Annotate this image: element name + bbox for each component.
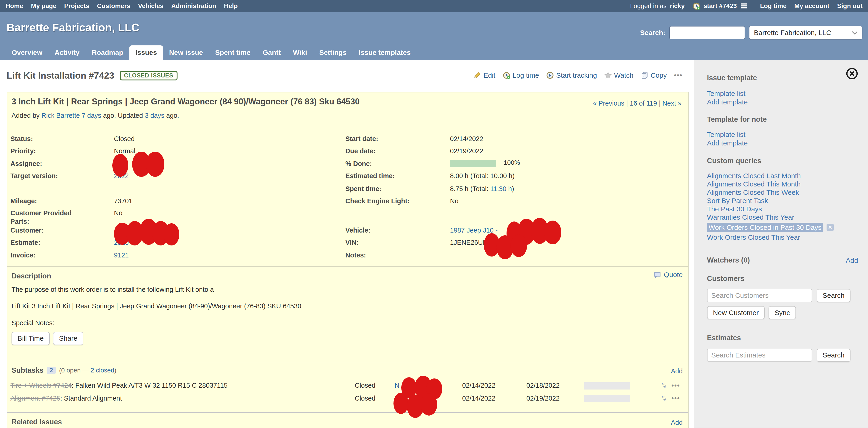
unlink-icon[interactable] [660,395,668,402]
add-subtask-link[interactable]: Add [671,367,683,375]
clock-icon [546,72,554,79]
tab-new-issue[interactable]: New issue [163,46,209,60]
mileage-value: 73701 [114,197,132,205]
timer-clock-icon[interactable] [692,2,701,10]
sync-button[interactable]: Sync [769,306,796,319]
redmine-issue-page: Home My page Projects Customers Vehicles… [0,0,868,428]
spent-time-total-link[interactable]: 11.30 h [490,185,512,193]
add-related-issue-link[interactable]: Add [671,419,683,426]
customer-label: Customer: [10,227,43,234]
topnav-customers[interactable]: Customers [97,2,130,10]
topnav-projects[interactable]: Projects [64,2,89,10]
subtask-status: Closed [355,382,375,389]
copy-icon [641,72,649,79]
issue-pagination: « Previous | 16 of 119 | Next » [593,99,682,107]
tab-issues[interactable]: Issues [129,46,163,60]
custom-query-link[interactable]: The Past 30 Days [707,205,859,213]
note-template-list-link[interactable]: Template list [707,130,859,139]
topnav-my-page[interactable]: My page [31,2,56,10]
topnav-administration[interactable]: Administration [171,2,216,10]
redaction-blob [394,393,408,414]
custom-query-link[interactable]: Work Orders Closed This Year [707,233,859,241]
topnav-my-account[interactable]: My account [794,2,829,10]
subtask-due-date: 02/18/2022 [526,382,559,389]
subtask-more-button[interactable]: ••• [671,382,680,390]
close-sidebar-icon[interactable] [846,67,858,80]
tab-issue-templates[interactable]: Issue templates [353,46,417,60]
log-time-button[interactable]: Log time [503,72,539,79]
tab-overview[interactable]: Overview [5,46,49,60]
pagination-position: 16 of 119 [630,99,657,107]
subtask-subject: : Standard Alignment [60,395,122,402]
issue-subject: 3 Inch Lift Kit | Rear Springs | Jeep Gr… [11,97,360,107]
bill-time-button[interactable]: Bill Time [11,332,50,345]
next-issue-link[interactable]: Next » [662,99,682,107]
add-watcher-link[interactable]: Add [846,256,858,264]
note-add-template-link[interactable]: Add template [707,139,859,147]
subtask-assignee-redacted[interactable]: N [395,382,400,389]
tab-activity[interactable]: Activity [49,46,86,60]
clear-query-icon[interactable]: ✕ [827,224,834,231]
watch-button[interactable]: Watch [604,72,633,79]
quote-button[interactable]: Quote [653,271,683,279]
global-search-input[interactable] [669,26,745,39]
topnav-help[interactable]: Help [224,2,238,10]
redaction-blob [544,221,561,244]
more-actions-button[interactable]: ••• [674,72,683,79]
quote-bubble-icon [653,271,661,279]
search-estimates-button[interactable]: Search [817,349,850,362]
start-timer-link[interactable]: start #7423 [704,2,737,10]
added-ago-link[interactable]: 7 days [82,112,101,119]
due-date-value: 02/19/2022 [450,147,483,155]
author-link[interactable]: Rick Barrette [41,112,80,119]
tab-gantt[interactable]: Gantt [257,46,287,60]
subtask-link[interactable]: Tire + Wheels #7424 [10,382,72,389]
share-button[interactable]: Share [53,332,83,345]
topnav-vehicles[interactable]: Vehicles [138,2,164,10]
custom-query-link[interactable]: Warranties Closed This Year [707,213,859,222]
check-engine-light-value: No [450,197,458,205]
invoice-link[interactable]: 9121 [114,252,129,259]
custom-query-link[interactable]: Alignments Closed Last Month [707,172,859,180]
edit-button[interactable]: Edit [473,72,495,79]
copy-button[interactable]: Copy [641,72,667,79]
tab-wiki[interactable]: Wiki [287,46,313,60]
chevron-down-icon [851,29,858,37]
tab-roadmap[interactable]: Roadmap [86,46,129,60]
tab-settings[interactable]: Settings [313,46,352,60]
sidebar: Issue template Template list Add templat… [694,60,868,428]
topnav-sign-out[interactable]: Sign out [837,2,863,10]
subtasks-heading: Subtasks [11,366,43,374]
project-jump-select[interactable]: Barrette Fabrication, LLC [749,26,863,40]
invoice-label: Invoice: [10,252,35,259]
template-list-link[interactable]: Template list [707,89,859,98]
previous-issue-link[interactable]: « Previous [593,99,624,107]
start-tracking-button[interactable]: Start tracking [546,72,597,79]
custom-query-link[interactable]: Alignments Closed This Month [707,180,859,188]
search-customers-input[interactable] [707,289,812,302]
subtask-link[interactable]: Alignment #7425 [10,395,60,402]
closed-subtasks-link[interactable]: 2 closed [91,367,114,374]
target-version-label: Target version: [10,172,58,180]
unlink-icon[interactable] [660,382,668,390]
vin-label: VIN: [345,239,359,247]
topnav-log-time[interactable]: Log time [760,2,786,10]
search-customers-button[interactable]: Search [817,289,850,302]
search-estimates-input[interactable] [707,349,812,362]
vehicle-link-redacted[interactable]: 1987 Jeep J10 - [450,227,498,234]
subtask-more-button[interactable]: ••• [671,395,680,402]
logged-in-user-link[interactable]: ricky [670,2,685,10]
new-customer-button[interactable]: New Customer [707,306,765,319]
star-icon [604,72,612,79]
issue-attributes: Status: Closed Priority: Normal Assignee… [7,135,688,264]
custom-query-link[interactable]: Sort By Parent Task [707,197,859,205]
updated-ago-link[interactable]: 3 days [145,112,164,119]
custom-query-link-selected[interactable]: Work Orders Closed in Past 30 Days [707,223,823,232]
subtask-subject: : Falken Wild Peak A/T3 W 32 1150 R15 C … [72,382,227,389]
redaction-blob [421,393,437,416]
custom-query-link[interactable]: Alignments Closed This Week [707,188,859,197]
add-template-link[interactable]: Add template [707,98,859,106]
tab-spent-time[interactable]: Spent time [209,46,256,60]
topnav-home[interactable]: Home [5,2,23,10]
timer-list-icon[interactable] [740,2,748,10]
